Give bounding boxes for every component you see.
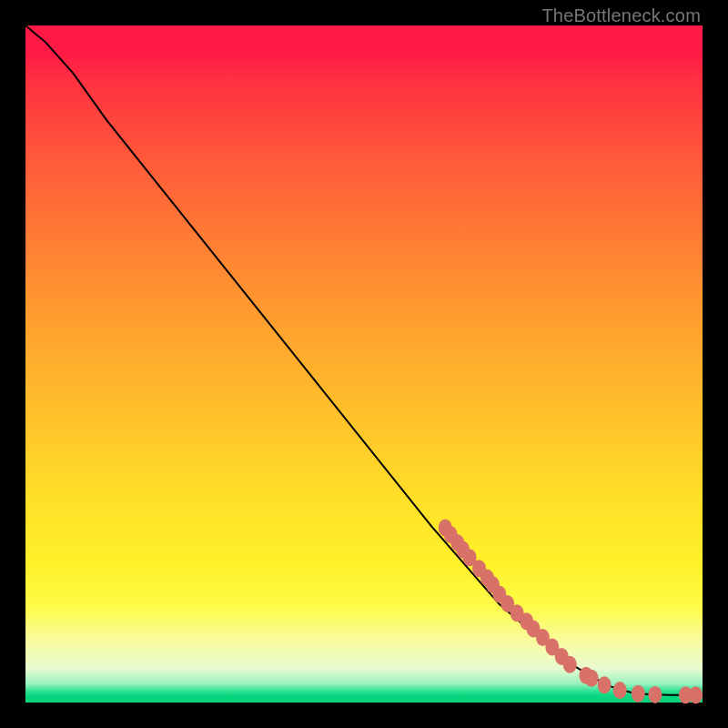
data-marker	[648, 686, 662, 703]
data-marker	[598, 676, 612, 693]
data-markers	[439, 520, 703, 704]
chart-frame: TheBottleneck.com	[0, 0, 728, 728]
plot-area	[25, 25, 703, 703]
data-marker	[632, 685, 645, 703]
chart-svg	[25, 25, 703, 703]
data-marker	[613, 682, 627, 699]
data-marker	[689, 686, 703, 703]
curve-line	[25, 25, 703, 695]
attribution-text: TheBottleneck.com	[541, 5, 701, 26]
data-marker	[585, 670, 599, 687]
data-marker	[563, 656, 577, 673]
